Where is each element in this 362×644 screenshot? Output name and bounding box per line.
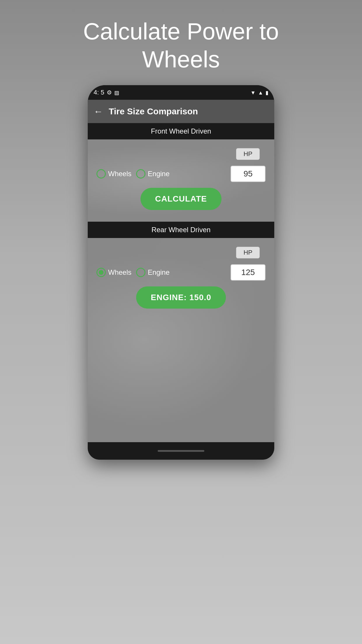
time-display: 4: 5 <box>94 89 104 96</box>
front-radio-group: Wheels Engine <box>96 169 170 178</box>
rear-engine-radio-circle[interactable] <box>136 268 145 277</box>
rear-wheels-radio-circle[interactable] <box>96 268 106 277</box>
rear-wheel-section-content: HP Wheels Engine ENGINE: 150.0 <box>88 238 274 442</box>
phone-device: 4: 5 ← Tire Size Comparison Front Wheel … <box>88 85 274 460</box>
rear-hp-input[interactable] <box>231 264 266 281</box>
back-button[interactable]: ← <box>94 106 103 117</box>
front-controls-row: Wheels Engine <box>96 166 266 182</box>
front-wheels-radio-circle[interactable] <box>96 169 106 178</box>
front-engine-radio-item[interactable]: Engine <box>136 169 170 178</box>
rear-hp-label: HP <box>236 247 260 258</box>
rear-wheel-section-header: Rear Wheel Driven <box>88 222 274 238</box>
home-indicator <box>158 450 204 452</box>
front-engine-radio-circle[interactable] <box>136 169 145 178</box>
front-wheel-section-header: Front Wheel Driven <box>88 123 274 139</box>
rear-controls-row: Wheels Engine <box>96 264 266 281</box>
wifi-icon <box>250 89 256 96</box>
rear-wheels-radio-item[interactable]: Wheels <box>96 268 131 277</box>
phone-bottom-bar <box>88 442 274 460</box>
status-right <box>250 89 268 96</box>
gear-icon <box>107 89 112 96</box>
front-wheel-section-content: HP Wheels Engine CALCULATE <box>88 139 274 222</box>
battery-icon <box>266 89 268 96</box>
front-hp-input[interactable] <box>231 166 266 182</box>
rear-engine-radio-label: Engine <box>148 268 170 276</box>
app-bar-title: Tire Size Comparison <box>109 106 198 116</box>
front-wheels-radio-item[interactable]: Wheels <box>96 169 131 178</box>
app-bar: ← Tire Size Comparison <box>88 100 274 123</box>
rear-radio-group: Wheels Engine <box>96 268 170 277</box>
front-hp-label: HP <box>236 148 260 160</box>
front-wheels-radio-label: Wheels <box>108 170 131 178</box>
front-calculate-button[interactable]: CALCULATE <box>140 188 222 210</box>
rear-engine-radio-item[interactable]: Engine <box>136 268 170 277</box>
page-title: Calculate Power to Wheels <box>60 0 302 85</box>
sim-icon <box>114 89 119 96</box>
front-engine-radio-label: Engine <box>148 170 170 178</box>
signal-icon <box>258 89 263 96</box>
rear-result-button[interactable]: ENGINE: 150.0 <box>136 286 226 309</box>
rear-wheels-radio-label: Wheels <box>108 268 131 276</box>
status-bar: 4: 5 <box>88 85 274 100</box>
status-left: 4: 5 <box>94 89 119 96</box>
